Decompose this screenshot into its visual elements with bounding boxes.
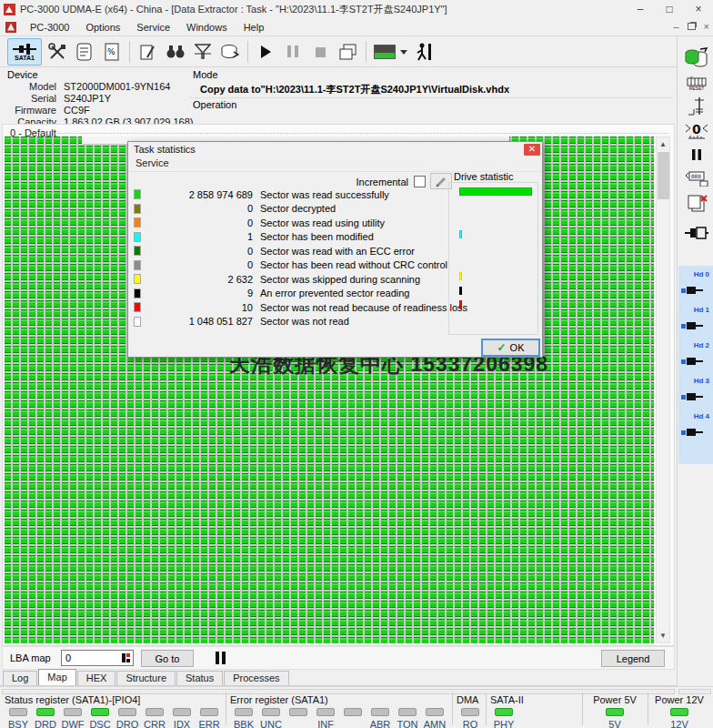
menu-item[interactable]: Windows	[178, 18, 236, 36]
legend-button[interactable]: Legend	[601, 650, 665, 667]
head-toggle-button[interactable]: Hd 4	[680, 411, 711, 441]
menu-item[interactable]: Options	[77, 18, 128, 36]
search-button[interactable]	[162, 38, 189, 66]
stat-value: 1 048 051 827	[145, 316, 253, 327]
menu-item[interactable]: Service	[128, 18, 178, 36]
menu-item[interactable]: Help	[236, 18, 273, 36]
statistics-report-button[interactable]: %	[98, 38, 126, 66]
disk-copy-icon	[685, 47, 708, 69]
tab[interactable]: Processes	[224, 671, 288, 685]
mdi-minimize-button[interactable]: –	[673, 21, 678, 32]
led-item: UNC	[257, 708, 285, 728]
color-swatch	[134, 288, 141, 298]
connector-button[interactable]	[684, 222, 709, 244]
bar-row	[454, 269, 536, 284]
tab[interactable]: Map	[38, 669, 75, 685]
status-led	[495, 708, 513, 716]
counter-reset-button[interactable]: 0	[684, 120, 709, 142]
head-toggle-button[interactable]: Hd 1	[680, 305, 711, 335]
status-led	[262, 708, 280, 716]
filter-button[interactable]	[189, 38, 216, 66]
maximize-button[interactable]: □	[655, 0, 684, 18]
status-led	[316, 708, 335, 716]
map-preview-icon	[374, 45, 396, 59]
led-item: RQ	[457, 708, 484, 728]
separator	[452, 693, 453, 725]
toolbar-separator	[129, 41, 130, 63]
window-controls: – □ ×	[626, 0, 713, 18]
pause-icon	[691, 148, 702, 161]
funnel-icon	[195, 44, 211, 60]
menu-bar: PC-3000 Options Service Windows Help	[0, 18, 713, 36]
map-preview-button[interactable]	[371, 38, 409, 66]
dialog-close-button[interactable]: ✕	[524, 144, 540, 156]
status-led	[289, 708, 307, 716]
led-item: DSC	[86, 708, 114, 728]
reset-button[interactable]: RESET	[684, 73, 709, 95]
stat-row: 0 Sector was read using utility	[132, 216, 447, 230]
stat-row: 0 Sector was read with an ECC error	[132, 244, 447, 258]
tab[interactable]: Log	[3, 671, 37, 685]
sata1-port-button[interactable]: SATA1	[7, 38, 42, 66]
close-all-button[interactable]	[684, 193, 709, 215]
scroll-down-button[interactable]: ▼	[657, 629, 669, 642]
head-buttons-panel: Hd 0 Hd 1	[678, 266, 713, 464]
virtual-disk-button[interactable]	[216, 38, 244, 66]
minimize-button[interactable]: –	[626, 0, 655, 18]
percent-document-icon: %	[105, 43, 119, 61]
map-scrollbar[interactable]: ▲ ▼	[656, 136, 670, 643]
head-toggle-button[interactable]: Hd 3	[680, 376, 711, 406]
script-button[interactable]	[71, 38, 98, 66]
tab[interactable]: HEX	[77, 671, 116, 685]
stat-label: Sector was read using utility	[260, 217, 385, 228]
mdi-restore-button[interactable]	[688, 23, 696, 30]
head-toggle-button[interactable]: Hd 0	[680, 269, 711, 299]
drive-statistic-bars	[454, 185, 536, 326]
dialog-service-menu[interactable]: Service	[136, 157, 169, 168]
pause-updates-button[interactable]	[684, 144, 709, 166]
scroll-thumb[interactable]	[658, 152, 669, 199]
registers-button[interactable]: 000	[684, 167, 709, 189]
incremental-checkbox[interactable]	[414, 176, 426, 187]
status-led	[606, 708, 624, 716]
status-led	[670, 708, 688, 716]
tab[interactable]: Status	[176, 671, 223, 685]
rule	[57, 133, 668, 134]
menu-item[interactable]: PC-3000	[22, 18, 77, 36]
tab[interactable]: Structure	[116, 671, 176, 685]
head-toggle-button[interactable]: Hd 2	[680, 340, 711, 370]
map-pause-button[interactable]	[216, 652, 226, 664]
led-item	[339, 708, 367, 728]
utility-settings-button[interactable]	[44, 38, 71, 66]
close-tasks-icon	[686, 195, 708, 213]
led-item: INF	[312, 708, 339, 728]
chevron-down-icon	[400, 50, 407, 55]
mode-group-title: Mode	[193, 69, 218, 80]
mdi-close-button[interactable]: ×	[704, 21, 709, 32]
statistics-rows: 2 858 974 689 Sector was read successful…	[132, 187, 447, 329]
disk-copy-button[interactable]	[684, 47, 709, 69]
exit-task-button[interactable]	[411, 38, 437, 66]
status-led	[146, 708, 164, 716]
start-button[interactable]	[253, 38, 278, 66]
edit-task-button[interactable]	[135, 38, 162, 66]
power-probe-button[interactable]	[684, 96, 709, 118]
pause-button[interactable]	[280, 38, 306, 66]
stat-bar	[459, 287, 462, 295]
windows-cascade-button[interactable]	[335, 38, 362, 66]
goto-button[interactable]: Go to	[141, 650, 194, 667]
ok-button[interactable]: ✓ OK	[481, 339, 540, 357]
device-group-title: Device	[7, 69, 38, 80]
mode-value: Copy data to"H:\2023\11.1-李ST2T开盘S240JP1…	[200, 83, 509, 96]
drive-bus-icon	[13, 44, 36, 55]
pencil-icon	[436, 176, 447, 187]
zero-counter-icon: 0	[685, 121, 708, 141]
check-icon: ✓	[497, 341, 507, 354]
scroll-up-button[interactable]: ▲	[657, 137, 669, 151]
stop-button[interactable]	[307, 38, 333, 66]
status-led	[200, 708, 218, 716]
close-button[interactable]: ×	[684, 0, 713, 18]
color-swatch	[134, 274, 141, 284]
bar-row	[454, 312, 536, 327]
toolbar-separator	[247, 41, 248, 63]
